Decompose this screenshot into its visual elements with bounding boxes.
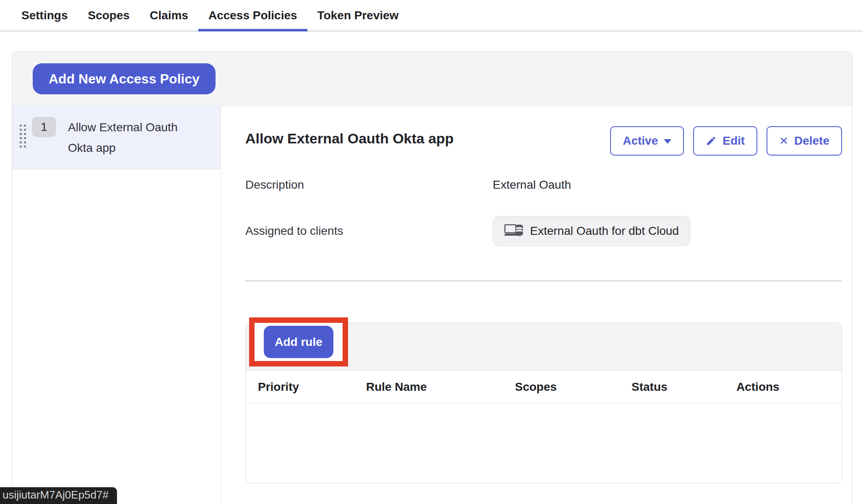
drag-handle-icon[interactable]	[20, 125, 26, 148]
status-bar-url-tooltip: usijiutarM7Aj0Ep5d7#	[0, 487, 117, 504]
tab-token-preview[interactable]: Token Preview	[307, 0, 409, 31]
panel-header: Add New Access Policy	[12, 52, 852, 106]
assigned-client-name: External Oauth for dbt Cloud	[530, 224, 679, 238]
panel-body: 1 Allow External Oauth Okta app Allow Ex…	[12, 106, 852, 504]
close-icon: ✕	[779, 135, 788, 146]
policy-actions: Active Edit ✕ Delete	[610, 126, 842, 156]
delete-button-label: Delete	[794, 134, 829, 148]
edit-button-label: Edit	[723, 134, 745, 148]
col-actions: Actions	[736, 380, 842, 394]
col-priority: Priority	[258, 380, 366, 394]
description-label: Description	[245, 178, 493, 192]
add-new-access-policy-button[interactable]: Add New Access Policy	[33, 63, 216, 94]
col-scopes: Scopes	[515, 380, 632, 394]
add-rule-button[interactable]: Add rule	[264, 326, 333, 358]
delete-button[interactable]: ✕ Delete	[767, 126, 842, 156]
col-rule-name: Rule Name	[366, 380, 515, 394]
rules-card-header: Add rule	[246, 323, 842, 371]
tab-scopes[interactable]: Scopes	[78, 0, 140, 31]
policy-title: Allow External Oauth Okta app	[245, 130, 454, 147]
col-status: Status	[632, 380, 736, 394]
tab-bar: Settings Scopes Claims Access Policies T…	[0, 0, 863, 31]
tab-access-policies[interactable]: Access Policies	[198, 0, 307, 31]
assigned-clients-row: Assigned to clients	[245, 216, 842, 246]
rules-table-header: Priority Rule Name Scopes Status Actions	[246, 371, 842, 403]
status-dropdown-label: Active	[623, 134, 658, 148]
description-value: External Oauth	[493, 178, 571, 192]
policy-item-label: Allow External Oauth Okta app	[68, 117, 190, 158]
policy-priority-badge: 1	[32, 117, 56, 137]
section-divider	[245, 281, 842, 281]
client-app-icon	[504, 223, 523, 239]
policy-detail: Allow External Oauth Okta app Active Edi…	[221, 106, 852, 504]
policy-list-item[interactable]: 1 Allow External Oauth Okta app	[12, 106, 221, 169]
description-row: Description External Oauth	[245, 178, 842, 192]
assigned-client-chip: External Oauth for dbt Cloud	[493, 216, 690, 246]
rules-card: Add rule Priority Rule Name Scopes Statu…	[245, 322, 842, 483]
tab-settings[interactable]: Settings	[11, 0, 78, 31]
red-highlight-annotation: Add rule	[249, 317, 348, 366]
policy-title-row: Allow External Oauth Okta app Active Edi…	[245, 126, 842, 156]
tab-claims[interactable]: Claims	[140, 0, 198, 31]
edit-button[interactable]: Edit	[693, 126, 757, 156]
rules-table-empty-body	[246, 403, 842, 483]
policy-list-sidebar: 1 Allow External Oauth Okta app	[12, 106, 221, 504]
chevron-down-icon	[664, 139, 671, 144]
status-dropdown-button[interactable]: Active	[610, 126, 684, 156]
assigned-clients-label: Assigned to clients	[245, 224, 493, 238]
access-policies-panel: Add New Access Policy 1 Allow External O…	[12, 52, 853, 504]
pencil-icon	[706, 135, 717, 146]
